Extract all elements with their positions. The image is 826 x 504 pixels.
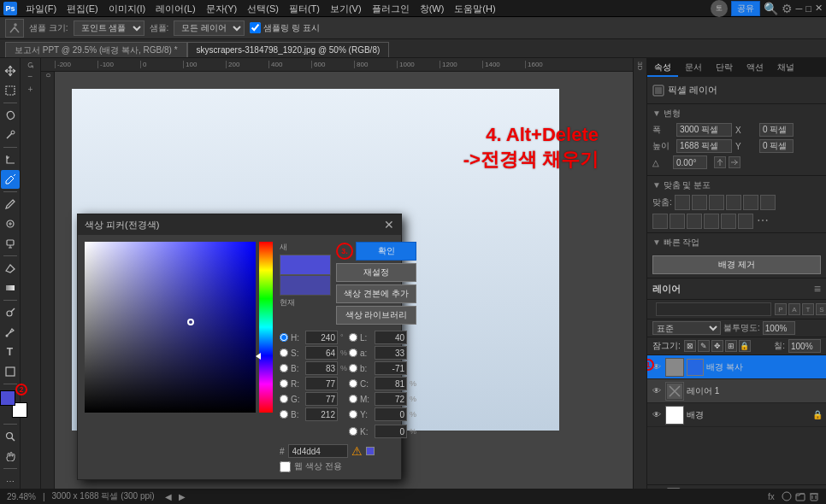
- layer-filter-shape-btn[interactable]: S: [816, 303, 826, 315]
- m-input[interactable]: [375, 392, 407, 406]
- foreground-color-swatch[interactable]: [0, 390, 15, 406]
- b-lab-input[interactable]: [375, 361, 407, 375]
- tab-channels[interactable]: 채널: [770, 58, 801, 77]
- x-input[interactable]: [759, 123, 794, 137]
- menu-window[interactable]: 창(W): [415, 0, 450, 17]
- blue-input[interactable]: [305, 407, 338, 421]
- height-input[interactable]: [676, 139, 732, 153]
- r-radio[interactable]: [280, 379, 288, 388]
- layer-filter-input[interactable]: [656, 302, 771, 316]
- g-radio[interactable]: [280, 395, 288, 403]
- layer-item-bg-copy[interactable]: 👁 배경 복사 1: [647, 355, 826, 379]
- menu-layer[interactable]: 레이어(L): [150, 0, 200, 17]
- history-icon[interactable]: ↺: [26, 62, 35, 68]
- extras-btn[interactable]: ⋯: [1, 472, 20, 490]
- web-safe-checkbox[interactable]: [280, 461, 291, 472]
- heal-tool[interactable]: [1, 214, 20, 233]
- menu-type[interactable]: 문자(Y): [201, 0, 243, 17]
- s-input[interactable]: [305, 346, 338, 360]
- layer-visibility-layer1[interactable]: 👁: [651, 385, 663, 397]
- layer-item-layer1[interactable]: 👁 레이어 1: [647, 379, 826, 403]
- window-minimize-button[interactable]: ─: [796, 3, 803, 14]
- trash-icon[interactable]: [809, 491, 819, 501]
- window-close-button[interactable]: ✕: [815, 3, 823, 14]
- lock-pixels-btn[interactable]: ✎: [698, 340, 710, 352]
- blend-mode-select[interactable]: 표준: [652, 321, 721, 335]
- align-bottom-btn[interactable]: [760, 195, 776, 210]
- settings-icon[interactable]: ⚙: [782, 2, 793, 15]
- m-radio[interactable]: [349, 395, 357, 403]
- angle-input[interactable]: [673, 155, 707, 169]
- eraser-tool[interactable]: [1, 259, 20, 278]
- navigate-fwd-icon[interactable]: ▶: [179, 492, 186, 501]
- wand-tool[interactable]: [1, 126, 20, 144]
- lock-transparent-btn[interactable]: ⊠: [684, 340, 696, 352]
- menu-plugins[interactable]: 플러그인: [367, 0, 415, 17]
- move-tool[interactable]: [1, 62, 20, 80]
- b-input[interactable]: [305, 361, 338, 375]
- color-swatches[interactable]: 2: [0, 390, 27, 418]
- remove-bg-button[interactable]: 배경 제거: [652, 255, 821, 274]
- a-radio[interactable]: [349, 349, 357, 357]
- marquee-tool[interactable]: [1, 81, 20, 100]
- c-input[interactable]: [375, 377, 407, 390]
- eyedropper-tool[interactable]: [1, 170, 20, 189]
- share-button[interactable]: 공유: [731, 1, 760, 16]
- mask-icon[interactable]: [782, 491, 792, 501]
- k-radio[interactable]: [349, 427, 357, 436]
- l-radio[interactable]: [349, 333, 357, 342]
- menu-filter[interactable]: 필터(T): [284, 0, 325, 17]
- distribute-bottom-btn[interactable]: [738, 214, 753, 229]
- blue-radio[interactable]: [280, 410, 288, 419]
- layer-filter-pixel-btn[interactable]: P: [775, 303, 787, 315]
- g-input[interactable]: [305, 392, 338, 406]
- layer-filter-type-btn[interactable]: T: [802, 303, 814, 315]
- hue-radio[interactable]: [280, 333, 288, 342]
- gradient-tool[interactable]: [1, 278, 20, 297]
- crop-tool[interactable]: [1, 150, 20, 169]
- distribute-right-btn[interactable]: [687, 214, 702, 229]
- hue-slider[interactable]: [259, 242, 273, 413]
- pen-tool[interactable]: [1, 323, 20, 342]
- text-tool[interactable]: T: [1, 343, 20, 361]
- distribute-center-btn[interactable]: [670, 214, 685, 229]
- lock-position-btn[interactable]: ✥: [711, 340, 723, 352]
- navigate-back-icon[interactable]: ◀: [165, 492, 172, 501]
- tool-icon[interactable]: [5, 19, 24, 38]
- menu-edit[interactable]: 편집(E): [62, 0, 103, 17]
- lock-artboard-btn[interactable]: ⊞: [725, 340, 737, 352]
- y-cmyk-input[interactable]: [375, 407, 407, 421]
- k-input[interactable]: [375, 425, 407, 438]
- tab-skyscraper[interactable]: skyscrapers-3184798_1920.jpg @ 50% (RGB/…: [187, 42, 390, 57]
- 3d-icon[interactable]: 3D: [636, 62, 644, 70]
- tab-properties[interactable]: 속성: [647, 58, 678, 77]
- tab-document[interactable]: 문서: [678, 58, 709, 77]
- dodge-tool[interactable]: [1, 303, 20, 322]
- menu-file[interactable]: 파일(F): [21, 0, 62, 17]
- confirm-button[interactable]: 확인: [356, 242, 416, 261]
- hex-input[interactable]: [288, 444, 348, 458]
- zoom-tool[interactable]: [1, 427, 20, 446]
- align-top-btn[interactable]: [726, 195, 741, 210]
- align-right-btn[interactable]: [709, 195, 724, 210]
- layer-item-background[interactable]: 👁 배경 🔒: [647, 403, 826, 427]
- more-options-icon[interactable]: ⋯: [757, 214, 769, 229]
- sampling-ring-checkbox[interactable]: 샘플링 링 표시: [250, 22, 320, 34]
- menu-image[interactable]: 이미지(I): [103, 0, 150, 17]
- color-picker-close-button[interactable]: ✕: [384, 219, 394, 231]
- a-input[interactable]: [375, 346, 407, 360]
- r-input[interactable]: [305, 377, 338, 390]
- menu-help[interactable]: 도움말(H): [449, 0, 500, 17]
- align-center-btn[interactable]: [692, 195, 707, 210]
- layers-panel-menu-icon[interactable]: ≡: [814, 282, 821, 296]
- shape-tool[interactable]: [1, 362, 20, 381]
- l-input[interactable]: [375, 331, 407, 344]
- lock-all-btn[interactable]: 🔒: [739, 340, 751, 352]
- b-lab-radio[interactable]: [349, 364, 357, 372]
- flip-v-btn[interactable]: [729, 156, 740, 168]
- c-radio[interactable]: [349, 379, 357, 388]
- hue-input[interactable]: [305, 331, 338, 344]
- y-cmyk-radio[interactable]: [349, 410, 357, 419]
- width-input[interactable]: [676, 123, 732, 137]
- menu-view[interactable]: 보기(V): [325, 0, 367, 17]
